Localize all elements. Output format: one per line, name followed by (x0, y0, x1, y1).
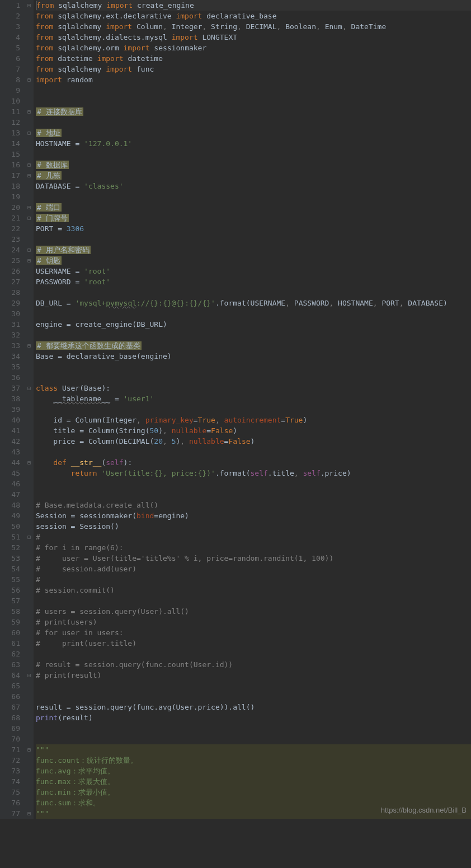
code-line[interactable] (36, 723, 471, 734)
fold-marker[interactable]: ⊟ (25, 808, 34, 819)
fold-marker[interactable]: ⊟ (25, 106, 34, 117)
code-line[interactable]: DB_URL = 'mysql+pymysql://{}:{}@{}:{}/{}… (36, 298, 471, 308)
code-line[interactable]: # (36, 532, 471, 542)
fold-marker[interactable]: ⊟ (25, 532, 34, 542)
code-line[interactable]: # Base.metadata.create_all() (36, 500, 471, 510)
code-line[interactable]: # session.commit() (36, 585, 471, 595)
code-line[interactable] (36, 595, 471, 606)
fold-marker[interactable]: ⊟ (25, 170, 34, 181)
token-kw: import (172, 33, 198, 41)
code-editor[interactable]: 1234567891011121314151617181920212223242… (0, 0, 471, 819)
fold-marker[interactable]: ⊟ (25, 213, 34, 223)
fold-marker (25, 234, 34, 245)
code-line[interactable]: func.avg：求平均值。 (36, 766, 471, 776)
code-line[interactable]: # 钥匙 (36, 255, 471, 266)
code-line[interactable]: USERNAME = 'root' (36, 266, 471, 276)
code-line[interactable] (36, 372, 471, 383)
code-line[interactable] (36, 447, 471, 457)
code-line[interactable]: def __str__(self): (36, 457, 471, 468)
fold-marker[interactable]: ⊟ (25, 74, 34, 85)
code-line[interactable]: func.count：统计行的数量。 (36, 755, 471, 766)
code-line[interactable]: # 门牌号 (36, 213, 471, 223)
code-line[interactable] (36, 117, 471, 128)
code-line[interactable] (36, 149, 471, 159)
code-line[interactable]: func.min：求最小值。 (36, 787, 471, 797)
code-line[interactable]: # users = session.query(User).all() (36, 606, 471, 617)
code-line[interactable]: # session.add(user) (36, 564, 471, 574)
code-line[interactable]: """ (36, 744, 471, 755)
fold-marker (25, 362, 34, 372)
code-line[interactable] (36, 489, 471, 500)
code-line[interactable]: # print(users) (36, 617, 471, 627)
code-line[interactable]: DATABASE = 'classes' (36, 181, 471, 191)
fold-marker[interactable]: ⊟ (25, 159, 34, 170)
code-area[interactable]: from sqlalchemy import create_enginefrom… (34, 0, 471, 819)
fold-marker[interactable]: ⊟ (25, 457, 34, 468)
code-line[interactable]: # 都要继承这个函数生成的基类 (36, 340, 471, 351)
code-line[interactable]: PORT = 3306 (36, 223, 471, 234)
fold-marker[interactable]: ⊟ (25, 128, 34, 138)
code-line[interactable]: Base = declarative_base(engine) (36, 351, 471, 362)
code-line[interactable]: session = Session() (36, 521, 471, 532)
code-line[interactable]: # 用户名和密码 (36, 245, 471, 255)
code-line[interactable]: engine = create_engine(DB_URL) (36, 319, 471, 330)
code-line[interactable]: # (36, 574, 471, 585)
code-line[interactable]: from sqlalchemy import Column, Integer, … (36, 21, 471, 32)
code-line[interactable]: from sqlalchemy import func (36, 64, 471, 74)
code-line[interactable]: HOSTNAME = '127.0.0.1' (36, 138, 471, 149)
code-line[interactable]: return 'User(title:{}, price:{})'.format… (36, 468, 471, 478)
code-line[interactable]: result = session.query(func.avg(User.pri… (36, 702, 471, 712)
code-line[interactable]: func.max：求最大值。 (36, 776, 471, 787)
code-line[interactable]: Session = sessionmaker(bind=engine) (36, 510, 471, 521)
code-line[interactable]: # result = session.query(func.count(User… (36, 659, 471, 670)
code-line[interactable]: print(result) (36, 712, 471, 723)
code-line[interactable] (36, 287, 471, 298)
token-ident: title = Column(String( (36, 426, 150, 435)
code-line[interactable]: # print(result) (36, 670, 471, 681)
code-line[interactable] (36, 362, 471, 372)
code-line[interactable]: # print(user.title) (36, 638, 471, 649)
code-line[interactable] (36, 85, 471, 96)
code-line[interactable]: import random (36, 74, 471, 85)
code-line[interactable] (36, 478, 471, 489)
code-line[interactable]: # for user in users: (36, 627, 471, 638)
fold-marker[interactable]: ⊟ (25, 202, 34, 213)
code-line[interactable]: price = Column(DECIMAL(20, 5), nullable=… (36, 436, 471, 447)
code-line[interactable]: # 几栋 (36, 170, 471, 181)
code-line[interactable]: from sqlalchemy.ext.declarative import d… (36, 11, 471, 21)
fold-marker[interactable]: ⊟ (25, 670, 34, 681)
code-line[interactable]: PASSWORD = 'root' (36, 276, 471, 287)
code-line[interactable]: from sqlalchemy.orm import sessionmaker (36, 43, 471, 53)
code-line[interactable] (36, 308, 471, 319)
fold-marker[interactable]: ⊟ (25, 255, 34, 266)
code-line[interactable]: # user = User(title='title%s' % i, price… (36, 553, 471, 564)
code-line[interactable]: # 数据库 (36, 159, 471, 170)
code-line[interactable]: from datetime import datetime (36, 53, 471, 64)
code-line[interactable] (36, 691, 471, 702)
code-line[interactable]: from sqlalchemy.dialects.mysql import LO… (36, 32, 471, 43)
code-line[interactable] (36, 734, 471, 744)
code-line[interactable]: from sqlalchemy import create_engine (36, 0, 471, 11)
fold-marker[interactable]: ⊟ (25, 744, 34, 755)
code-line[interactable]: id = Column(Integer, primary_key=True, a… (36, 415, 471, 425)
code-line[interactable]: # 地址 (36, 128, 471, 138)
code-line[interactable]: class User(Base): (36, 383, 471, 393)
code-line[interactable]: # 连接数据库 (36, 106, 471, 117)
fold-marker (25, 330, 34, 340)
code-line[interactable]: # 端口 (36, 202, 471, 213)
code-line[interactable]: title = Column(String(50), nullable=Fals… (36, 425, 471, 436)
code-line[interactable] (36, 330, 471, 340)
code-line[interactable]: __tablename__ = 'user1' (36, 393, 471, 404)
code-line[interactable] (36, 234, 471, 245)
code-line[interactable] (36, 191, 471, 202)
fold-marker[interactable]: ⊟ (25, 340, 34, 351)
code-line[interactable] (36, 649, 471, 659)
fold-marker[interactable]: ⊟ (25, 0, 34, 11)
code-line[interactable] (36, 96, 471, 106)
code-line[interactable] (36, 404, 471, 415)
fold-column[interactable]: ⊟⊟⊟⊟⊟⊟⊟⊟⊟⊟⊟⊟⊟⊟⊟⊟⊟ (25, 0, 34, 819)
fold-marker[interactable]: ⊟ (25, 245, 34, 255)
code-line[interactable] (36, 681, 471, 691)
code-line[interactable]: # for i in range(6): (36, 542, 471, 553)
fold-marker[interactable]: ⊟ (25, 383, 34, 393)
